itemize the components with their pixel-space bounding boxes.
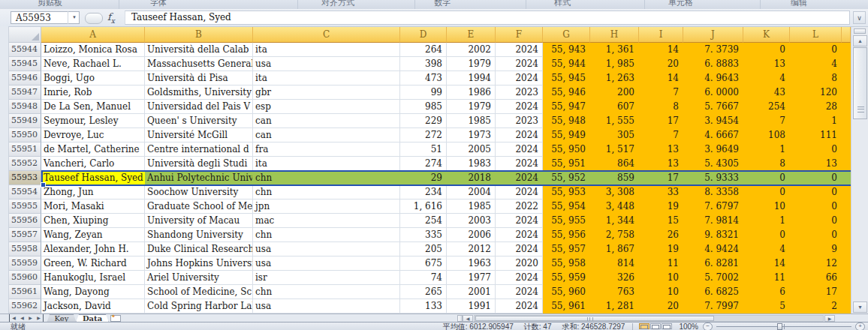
cell-i[interactable]: 19 — [639, 200, 683, 214]
cell-d[interactable]: 99 — [400, 86, 447, 100]
cell-h[interactable]: 864 — [590, 157, 639, 171]
cell-h[interactable]: 1, 555 — [590, 114, 639, 128]
cell-f[interactable]: 2024 — [496, 228, 543, 242]
cell-g[interactable]: 55, 961 — [543, 299, 590, 314]
cell-l[interactable]: 0 — [790, 228, 842, 242]
cell-k[interactable]: 1 — [743, 142, 790, 157]
cell-l[interactable]: 28 — [790, 100, 842, 114]
cell-j[interactable]: 6. 6825 — [683, 285, 743, 299]
cell-e[interactable]: 1991 — [447, 299, 496, 314]
cell-author-name[interactable]: Chen, Xiuping — [41, 214, 145, 228]
cell-d[interactable]: 229 — [400, 114, 447, 128]
cell-d[interactable]: 272 — [400, 128, 447, 142]
cell-author-name[interactable]: Mori, Masaki — [41, 200, 145, 214]
cell-h[interactable]: 1, 867 — [590, 242, 639, 256]
cell-i[interactable]: 13 — [639, 142, 683, 157]
column-header-i[interactable]: I — [639, 27, 683, 43]
cell-f[interactable]: 2024 — [496, 100, 543, 114]
cell-country-code[interactable]: esp — [253, 100, 400, 114]
cell-j[interactable]: 7. 3739 — [683, 43, 743, 57]
zoom-out-icon[interactable]: − — [703, 322, 713, 330]
cell-d[interactable]: 1, 616 — [400, 200, 447, 214]
cell-author-name[interactable]: Boggi, Ugo — [41, 71, 145, 86]
cell-author-name[interactable]: de Martel, Catherine — [41, 142, 145, 157]
cell-author-name[interactable]: Jackson, David — [41, 299, 145, 314]
cell-author-name[interactable]: Seymour, Lesley — [41, 114, 145, 128]
cell-partial[interactable] — [842, 185, 851, 200]
cell-g[interactable]: 55, 956 — [543, 228, 590, 242]
cell-e[interactable]: 2001 — [447, 285, 496, 299]
cell-affiliation[interactable]: Johns Hopkins Universi — [145, 256, 253, 271]
table-row[interactable]: 55957 Wang, Zeyan Shandong University ch… — [9, 228, 851, 242]
cell-author-name[interactable]: Neve, Rachael L. — [41, 57, 145, 71]
cell-f[interactable]: 2023 — [496, 114, 543, 128]
cell-d[interactable]: 335 — [400, 228, 447, 242]
cell-g[interactable]: 55, 958 — [543, 256, 590, 271]
cell-d[interactable]: 133 — [400, 299, 447, 314]
cell-country-code[interactable]: can — [253, 128, 400, 142]
cell-d[interactable]: 473 — [400, 71, 447, 86]
cell-g[interactable]: 55, 949 — [543, 128, 590, 142]
cell-affiliation[interactable]: Cold Spring Harbor Lab — [145, 299, 253, 314]
row-header[interactable]: 55954 — [9, 185, 41, 200]
cell-k[interactable]: 0 — [743, 43, 790, 57]
cell-d[interactable]: 265 — [400, 285, 447, 299]
cell-affiliation[interactable]: Université McGill — [145, 128, 253, 142]
cell-partial[interactable] — [842, 114, 851, 128]
cell-l[interactable]: 1 — [790, 114, 842, 128]
cell-e[interactable]: 2006 — [447, 228, 496, 242]
insert-function-icon[interactable]: fx — [107, 11, 122, 24]
cell-g[interactable]: 55, 960 — [543, 285, 590, 299]
cell-partial[interactable] — [842, 86, 851, 100]
cell-k[interactable]: 254 — [743, 100, 790, 114]
next-sheet-icon[interactable]: ▶ — [26, 314, 35, 322]
cell-e[interactable]: 1986 — [447, 86, 496, 100]
cell-f[interactable]: 2024 — [496, 185, 543, 200]
cell-k[interactable]: 14 — [743, 256, 790, 271]
cell-partial[interactable] — [842, 71, 851, 86]
cell-author-name[interactable]: Green, W. Richard — [41, 256, 145, 271]
table-row[interactable]: 55951 de Martel, Catherine Centre intern… — [9, 142, 851, 157]
table-row[interactable]: 55960 Hanukoglu, Israel Ariel University… — [9, 271, 851, 285]
cell-i[interactable]: 20 — [639, 57, 683, 71]
cell-k[interactable]: 13 — [743, 57, 790, 71]
cell-country-code[interactable]: ita — [253, 71, 400, 86]
cell-country-code[interactable]: chn — [253, 228, 400, 242]
cell-partial[interactable] — [842, 256, 851, 271]
cell-g[interactable]: 55, 953 — [543, 185, 590, 200]
cell-f[interactable]: 2024 — [496, 299, 543, 314]
cell-partial[interactable] — [842, 228, 851, 242]
column-header-l[interactable]: L — [790, 27, 842, 43]
row-header[interactable]: 55944 — [9, 43, 41, 57]
cell-partial[interactable] — [842, 57, 851, 71]
cell-g[interactable]: 55, 946 — [543, 86, 590, 100]
cell-affiliation[interactable]: Soochow University — [145, 185, 253, 200]
table-row[interactable]: 55947 Imrie, Rob Goldsmiths, University … — [9, 86, 851, 100]
cell-k[interactable]: 0 — [743, 185, 790, 200]
column-header-c[interactable]: C — [253, 27, 400, 43]
cell-country-code[interactable]: usa — [253, 256, 400, 271]
cell-e[interactable]: 1983 — [447, 157, 496, 171]
cell-k[interactable]: 11 — [743, 271, 790, 285]
cell-g[interactable]: 55, 948 — [543, 114, 590, 128]
row-header[interactable]: 55950 — [9, 128, 41, 142]
cell-j[interactable]: 5. 4305 — [683, 157, 743, 171]
cell-partial[interactable] — [842, 171, 851, 185]
cell-author-name[interactable]: Wang, Zeyan — [41, 228, 145, 242]
cell-f[interactable]: 2024 — [496, 71, 543, 86]
cell-i[interactable]: 26 — [639, 228, 683, 242]
cell-g[interactable]: 55, 959 — [543, 271, 590, 285]
cell-k[interactable]: 7 — [743, 114, 790, 128]
cell-partial[interactable] — [842, 214, 851, 228]
cell-e[interactable]: 1973 — [447, 128, 496, 142]
cell-j[interactable]: 6. 8281 — [683, 256, 743, 271]
cell-h[interactable]: 305 — [590, 128, 639, 142]
cell-i[interactable]: 14 — [639, 43, 683, 57]
cell-country-code[interactable]: mac — [253, 214, 400, 228]
cell-d[interactable]: 234 — [400, 185, 447, 200]
cell-h[interactable]: 2, 758 — [590, 228, 639, 242]
cell-h[interactable]: 3, 308 — [590, 185, 639, 200]
cell-k[interactable]: 0 — [743, 228, 790, 242]
cell-partial[interactable] — [842, 128, 851, 142]
cell-g[interactable]: 55, 952 — [543, 171, 590, 185]
